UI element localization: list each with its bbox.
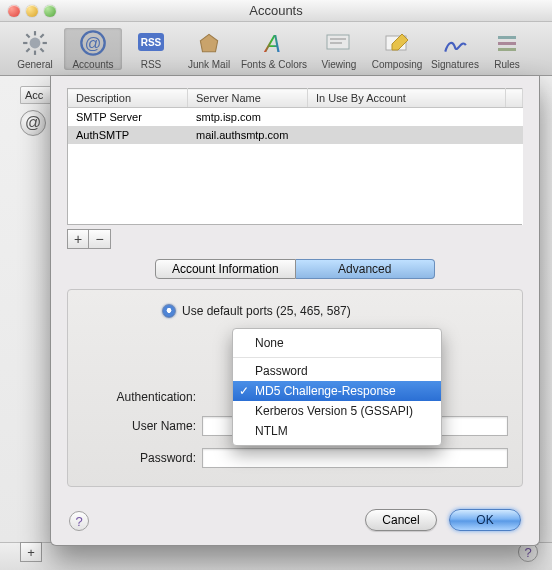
toolbar-item-label: Rules xyxy=(484,59,530,70)
rss-icon: RSS xyxy=(122,28,180,58)
svg-line-8 xyxy=(40,34,43,37)
table-row[interactable]: AuthSMTP mail.authsmtp.com xyxy=(68,126,523,144)
svg-text:RSS: RSS xyxy=(141,37,162,48)
table-empty xyxy=(68,144,523,224)
toolbar-item-label: Junk Mail xyxy=(180,59,238,70)
rules-icon xyxy=(484,28,530,58)
authentication-dropdown[interactable]: None Password MD5 Challenge-Response Ker… xyxy=(232,328,442,446)
toolbar-item-rss[interactable]: RSS RSS xyxy=(122,28,180,70)
sheet-help-button[interactable]: ? xyxy=(69,511,89,531)
svg-rect-18 xyxy=(498,36,516,39)
sheet-button-row: Cancel OK xyxy=(365,509,521,531)
svg-rect-16 xyxy=(330,42,342,44)
auth-option-ntlm[interactable]: NTLM xyxy=(233,421,441,441)
toolbar-item-label: Accounts xyxy=(64,59,122,70)
cancel-button[interactable]: Cancel xyxy=(365,509,437,531)
auth-option-kerberos[interactable]: Kerberos Version 5 (GSSAPI) xyxy=(233,401,441,421)
svg-line-5 xyxy=(26,34,29,37)
zoom-icon[interactable] xyxy=(44,5,56,17)
toolbar-item-viewing[interactable]: Viewing xyxy=(310,28,368,70)
svg-rect-20 xyxy=(498,48,516,51)
sheet-tabs: Account Information Advanced xyxy=(155,259,435,279)
auth-option-none[interactable]: None xyxy=(233,333,441,353)
toolbar-item-junk[interactable]: Junk Mail xyxy=(180,28,238,70)
traffic-lights xyxy=(8,5,56,17)
close-icon[interactable] xyxy=(8,5,20,17)
ports-label: Use default ports (25, 465, 587) xyxy=(182,304,351,318)
svg-rect-19 xyxy=(498,42,516,45)
tab-account-information[interactable]: Account Information xyxy=(155,259,296,279)
toolbar-item-accounts[interactable]: @ Accounts xyxy=(64,28,122,70)
username-label: User Name: xyxy=(82,419,202,433)
viewing-icon xyxy=(310,28,368,58)
col-inuse[interactable]: In Use By Account xyxy=(308,89,506,108)
svg-text:@: @ xyxy=(85,33,102,51)
ports-radio-row[interactable]: Use default ports (25, 465, 587) xyxy=(162,304,508,318)
toolbar-item-label: Viewing xyxy=(310,59,368,70)
password-field[interactable] xyxy=(202,448,508,468)
junk-icon xyxy=(180,28,238,58)
col-server[interactable]: Server Name xyxy=(188,89,308,108)
advanced-form: Use default ports (25, 465, 587) None Pa… xyxy=(67,289,523,487)
authentication-label: Authentication: xyxy=(82,390,202,404)
toolbar-item-label: Fonts & Colors xyxy=(238,59,310,70)
fonts-icon: A xyxy=(238,28,310,58)
svg-text:A: A xyxy=(263,30,281,56)
server-add-button[interactable]: + xyxy=(67,229,89,249)
gear-icon xyxy=(6,28,64,58)
svg-point-0 xyxy=(30,37,41,48)
password-label: Password: xyxy=(82,451,202,465)
toolbar-item-label: RSS xyxy=(122,59,180,70)
toolbar-item-composing[interactable]: Composing xyxy=(368,28,426,70)
smtp-server-table[interactable]: Description Server Name In Use By Accoun… xyxy=(67,88,523,225)
password-row: Password: xyxy=(82,448,508,468)
svg-rect-15 xyxy=(330,38,346,40)
server-add-remove: + − xyxy=(67,229,523,249)
ok-button[interactable]: OK xyxy=(449,509,521,531)
account-avatar-icon[interactable]: @ xyxy=(20,110,46,136)
window-title: Accounts xyxy=(0,3,552,18)
table-row[interactable]: SMTP Server smtp.isp.com xyxy=(68,108,523,127)
radio-selected-icon[interactable] xyxy=(162,304,176,318)
toolbar-item-general[interactable]: General xyxy=(6,28,64,70)
at-icon: @ xyxy=(64,28,122,58)
server-remove-button[interactable]: − xyxy=(89,229,111,249)
toolbar-item-fonts[interactable]: A Fonts & Colors xyxy=(238,28,310,70)
col-description[interactable]: Description xyxy=(68,89,188,108)
tab-advanced[interactable]: Advanced xyxy=(296,259,436,279)
toolbar-item-signatures[interactable]: Signatures xyxy=(426,28,484,70)
account-add-button[interactable]: + xyxy=(20,542,42,562)
col-extra xyxy=(506,89,523,108)
toolbar-item-label: Signatures xyxy=(426,59,484,70)
minimize-icon[interactable] xyxy=(26,5,38,17)
smtp-server-sheet: Description Server Name In Use By Accoun… xyxy=(50,76,540,546)
auth-option-md5[interactable]: MD5 Challenge-Response xyxy=(233,381,441,401)
svg-line-7 xyxy=(26,48,29,51)
auth-option-password[interactable]: Password xyxy=(233,357,441,381)
signatures-icon xyxy=(426,28,484,58)
svg-line-6 xyxy=(40,48,43,51)
account-add-remove: + xyxy=(20,542,42,562)
composing-icon xyxy=(368,28,426,58)
toolbar-item-rules[interactable]: Rules xyxy=(484,28,530,70)
toolbar-item-label: Composing xyxy=(368,59,426,70)
preferences-toolbar: General @ Accounts RSS RSS Junk Mail A F… xyxy=(0,22,552,76)
toolbar-item-label: General xyxy=(6,59,64,70)
window-titlebar: Accounts xyxy=(0,0,552,22)
footer-bar xyxy=(0,542,552,570)
